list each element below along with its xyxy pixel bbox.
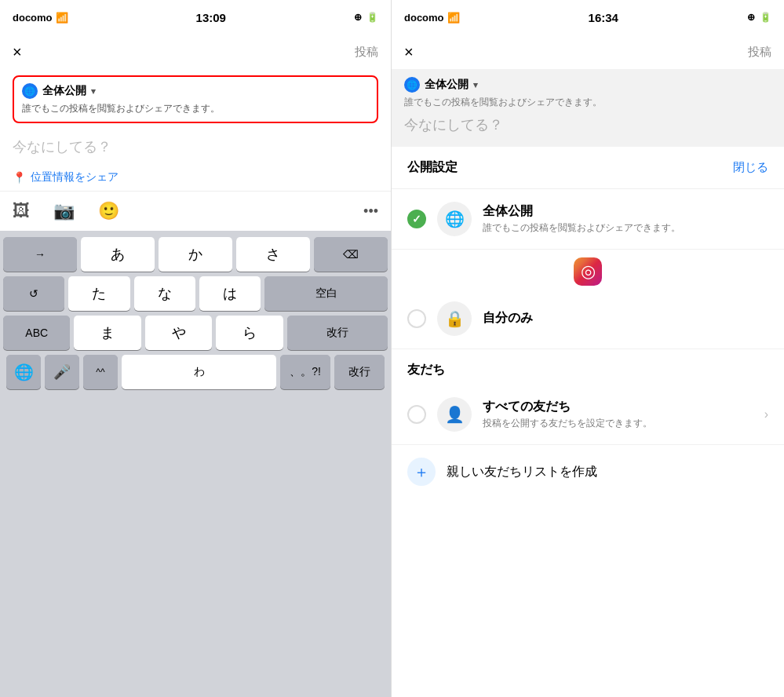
wifi-icon-left: 📶 — [56, 12, 68, 24]
left-panel: docomo 📶 13:09 ⊕ 🔋 × 投稿 🌐 全体公開 ▾ 誰でもこの投稿… — [0, 0, 392, 697]
nav-bar-right: × 投稿 — [392, 35, 784, 69]
post-button-left[interactable]: 投稿 — [355, 45, 378, 60]
key-ra[interactable]: ら — [216, 316, 283, 350]
dropdown-arrow-left[interactable]: ▾ — [91, 86, 96, 97]
option-title-friends: すべての友だち — [483, 399, 753, 415]
public-badge-container[interactable]: 🌐 全体公開 ▾ 誰でもこの投稿を閲覧およびシェアできます。 — [13, 75, 378, 123]
radio-only-me[interactable] — [407, 309, 426, 328]
public-badge-row: 🌐 全体公開 ▾ — [22, 83, 369, 99]
radio-friends[interactable] — [407, 405, 426, 424]
key-kana[interactable]: ^^ — [83, 355, 118, 389]
keyboard-row-1: → あ か さ ⌫ — [3, 237, 388, 272]
keyboard-area: → あ か さ ⌫ ↺ た な は 空白 ABC ま や ら 改行 🌐 🎤 ^^… — [0, 231, 391, 697]
key-abc[interactable]: ABC — [3, 316, 70, 350]
option-title-only-me: 自分のみ — [483, 310, 768, 327]
radio-public[interactable] — [407, 210, 426, 228]
nav-bar-left: × 投稿 — [0, 35, 391, 69]
charging-icon-right: ⊕ — [747, 12, 755, 23]
globe-icon-right: 🌐 — [404, 77, 420, 93]
battery-icon-right: 🔋 — [760, 12, 771, 23]
key-undo[interactable]: ↺ — [3, 276, 64, 311]
location-label: 位置情報をシェア — [31, 170, 119, 184]
time-left: 13:09 — [196, 11, 226, 24]
carrier-right: docomo 📶 — [404, 12, 460, 24]
status-bar-left: docomo 📶 13:09 ⊕ 🔋 — [0, 0, 391, 35]
privacy-close-button[interactable]: 閉じる — [733, 160, 768, 175]
key-na[interactable]: な — [134, 276, 195, 311]
carrier-left: docomo 📶 — [13, 12, 68, 24]
privacy-header-title: 公開設定 — [407, 159, 458, 176]
composer-sub-text: 誰でもこの投稿を閲覧およびシェアできます。 — [404, 96, 771, 109]
create-friends-list-row[interactable]: ＋ 親しい友だちリストを作成 — [392, 445, 784, 498]
what-input-left[interactable]: 今なにしてる？ — [13, 137, 378, 156]
composer-dropdown-arrow: ▾ — [473, 80, 478, 90]
privacy-header: 公開設定 閉じる — [392, 147, 784, 189]
charging-icon-left: ⊕ — [354, 12, 362, 23]
carrier-text-left: docomo — [13, 12, 53, 24]
key-sa[interactable]: さ — [236, 237, 310, 272]
composer-public-label: 全体公開 — [425, 78, 469, 92]
wifi-icon-right: 📶 — [447, 12, 460, 24]
media-toolbar: 🖼 📷 🙂 ••• — [0, 191, 391, 231]
option-text-friends: すべての友だち 投稿を公開する友だちを設定できます。 — [483, 399, 753, 430]
create-label: 親しい友だちリストを作成 — [447, 464, 597, 480]
public-badge-sub-left: 誰でもこの投稿を閲覧およびシェアできます。 — [22, 102, 369, 115]
status-icons-right: ⊕ 🔋 — [747, 12, 771, 23]
chevron-icon-friends: › — [764, 407, 768, 421]
right-panel: docomo 📶 16:34 ⊕ 🔋 × 投稿 🌐 全体公開 ▾ 誰でもこの投稿… — [392, 0, 784, 697]
camera-icon[interactable]: 📷 — [53, 201, 75, 221]
public-label-left: 全体公開 — [42, 84, 86, 98]
composer-public-badge: 🌐 全体公開 ▾ — [404, 77, 771, 93]
keyboard-row-bottom: 🌐 🎤 ^^ わ 、。?! 改行 — [3, 355, 388, 389]
more-icon[interactable]: ••• — [363, 203, 378, 220]
option-desc-friends: 投稿を公開する友だちを設定できます。 — [483, 417, 753, 430]
key-enter[interactable]: 改行 — [287, 316, 388, 350]
option-icon-public: 🌐 — [437, 202, 472, 236]
key-ma[interactable]: ま — [74, 316, 140, 350]
keyboard-row-3: ABC ま や ら 改行 — [3, 316, 388, 350]
key-return[interactable]: 改行 — [334, 355, 385, 389]
location-row[interactable]: 📍 位置情報をシェア — [0, 164, 391, 191]
option-text-public: 全体公開 誰でもこの投稿を閲覧およびシェアできます。 — [483, 203, 768, 235]
status-right-icons-left: ⊕ 🔋 — [354, 12, 378, 23]
location-icon: 📍 — [13, 171, 26, 184]
option-icon-person: 👤 — [437, 397, 472, 432]
post-button-right[interactable]: 投稿 — [748, 45, 771, 60]
image-icon[interactable]: 🖼 — [13, 201, 30, 221]
option-title-public: 全体公開 — [483, 203, 768, 220]
key-a[interactable]: あ — [81, 237, 155, 272]
key-delete[interactable]: ⌫ — [314, 237, 388, 272]
instagram-icon: ◎ — [574, 257, 602, 286]
privacy-option-friends[interactable]: 👤 すべての友だち 投稿を公開する友だちを設定できます。 › — [392, 385, 784, 445]
carrier-text-right: docomo — [404, 12, 444, 24]
key-wa[interactable]: わ — [122, 355, 276, 389]
close-button-right[interactable]: × — [404, 43, 414, 61]
close-button-left[interactable]: × — [13, 43, 22, 61]
key-ka[interactable]: か — [159, 237, 232, 272]
time-right: 16:34 — [589, 11, 618, 24]
status-bar-right: docomo 📶 16:34 ⊕ 🔋 — [392, 0, 784, 35]
emoji-icon[interactable]: 🙂 — [98, 201, 119, 221]
key-ta[interactable]: た — [68, 276, 129, 311]
privacy-option-only-me[interactable]: 🔒 自分のみ — [392, 289, 784, 349]
key-globe[interactable]: 🌐 — [6, 355, 41, 389]
battery-icon-left: 🔋 — [366, 12, 378, 23]
create-icon: ＋ — [407, 458, 436, 486]
composer-what-text: 今なにしてる？ — [404, 115, 771, 134]
privacy-panel: 公開設定 閉じる 🌐 全体公開 誰でもこの投稿を閲覧およびシェアできます。 ◎ … — [392, 147, 784, 697]
option-desc-public: 誰でもこの投稿を閲覧およびシェアできます。 — [483, 221, 768, 235]
privacy-option-public[interactable]: 🌐 全体公開 誰でもこの投稿を閲覧およびシェアできます。 — [392, 189, 784, 250]
key-punct[interactable]: 、。?! — [280, 355, 330, 389]
globe-icon-left: 🌐 — [22, 83, 38, 99]
key-space[interactable]: 空白 — [264, 276, 388, 311]
composer-preview: 🌐 全体公開 ▾ 誰でもこの投稿を閲覧およびシェアできます。 今なにしてる？ — [392, 69, 784, 147]
friends-section-label: 友だち — [392, 349, 784, 385]
option-icon-lock: 🔒 — [437, 301, 472, 336]
option-text-only-me: 自分のみ — [483, 310, 768, 328]
key-arrow[interactable]: → — [3, 237, 77, 272]
key-ha[interactable]: は — [199, 276, 261, 311]
key-mic[interactable]: 🎤 — [45, 355, 79, 389]
keyboard-row-2: ↺ た な は 空白 — [3, 276, 388, 311]
key-ya[interactable]: や — [145, 316, 212, 350]
